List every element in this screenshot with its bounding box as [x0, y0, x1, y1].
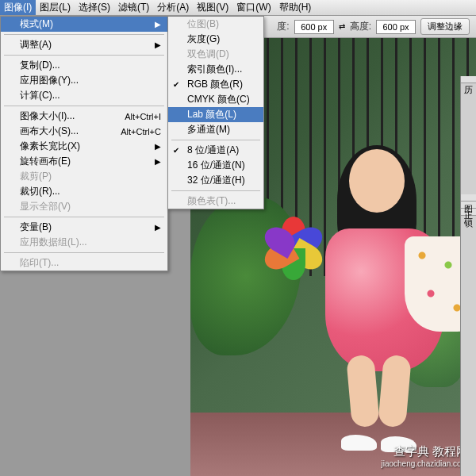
mode-multichannel[interactable]: 多通道(M): [168, 122, 263, 137]
submenu-arrow-icon: ▶: [155, 223, 161, 232]
mode-indexed[interactable]: 索引颜色(I)...: [168, 62, 263, 77]
mode-bitmap: 位图(B): [168, 17, 263, 32]
menu-crop: 裁剪(P): [1, 169, 167, 184]
menubar: 图像(I) 图层(L) 选择(S) 滤镜(T) 分析(A) 视图(V) 窗口(W…: [0, 0, 476, 16]
watermark-url: jiaocheng.chazidian.com: [381, 459, 468, 468]
menu-layer[interactable]: 图层(L): [36, 0, 75, 15]
mode-lab[interactable]: Lab 颜色(L): [168, 107, 263, 122]
swap-icon[interactable]: ⇄: [339, 22, 345, 31]
submenu-arrow-icon: ▶: [155, 40, 161, 49]
submenu-arrow-icon: ▶: [155, 157, 161, 166]
menu-apply-dataset: 应用数据组(L)...: [1, 235, 167, 250]
panel-normal[interactable]: 正: [461, 202, 476, 209]
photo-pinwheel: [262, 213, 325, 276]
mode-grayscale[interactable]: 灰度(G): [168, 32, 263, 47]
mode-cmyk[interactable]: CMYK 颜色(C): [168, 92, 263, 107]
watermark-title: 查字典 教程网: [381, 444, 468, 459]
height-label: 高度:: [350, 20, 371, 33]
menu-rotate-canvas[interactable]: 旋转画布(E)▶: [1, 154, 167, 169]
width-label: 度:: [277, 20, 289, 33]
menu-analysis[interactable]: 分析(A): [153, 0, 193, 15]
panel-dock: 历 图 正 锁: [460, 76, 476, 476]
menu-image[interactable]: 图像(I): [0, 0, 36, 15]
mode-16bit[interactable]: 16 位/通道(N): [168, 158, 263, 173]
menu-trap: 陷印(T)...: [1, 255, 167, 271]
menu-help[interactable]: 帮助(H): [275, 0, 316, 15]
menu-duplicate[interactable]: 复制(D)...: [1, 58, 167, 73]
panel-history[interactable]: 历: [461, 76, 476, 83]
height-input[interactable]: [376, 20, 416, 34]
mode-duotone: 双色调(D): [168, 47, 263, 62]
panel-layers[interactable]: 图: [461, 194, 476, 202]
menu-variables[interactable]: 变量(B)▶: [1, 220, 167, 235]
menu-select[interactable]: 选择(S): [75, 0, 114, 15]
menu-canvas-size[interactable]: 画布大小(S)...Alt+Ctrl+C: [1, 124, 167, 139]
panel-lock[interactable]: 锁: [461, 209, 476, 216]
image-menu-dropdown: 模式(M)▶ 调整(A)▶ 复制(D)... 应用图像(Y)... 计算(C).…: [0, 16, 168, 271]
photo-subject: [301, 149, 460, 451]
menu-adjustments[interactable]: 调整(A)▶: [1, 37, 167, 52]
menu-image-size[interactable]: 图像大小(I)...Alt+Ctrl+I: [1, 109, 167, 124]
mode-rgb[interactable]: ✔RGB 颜色(R): [168, 77, 263, 92]
check-icon: ✔: [173, 146, 179, 155]
width-input[interactable]: [294, 20, 334, 34]
submenu-arrow-icon: ▶: [155, 142, 161, 151]
mode-submenu: 位图(B) 灰度(G) 双色调(D) 索引颜色(I)... ✔RGB 颜色(R)…: [167, 16, 264, 209]
mode-8bit[interactable]: ✔8 位/通道(A): [168, 143, 263, 158]
menu-calculations[interactable]: 计算(C)...: [1, 88, 167, 103]
menu-window[interactable]: 窗口(W): [232, 0, 274, 15]
refine-edge-button[interactable]: 调整边缘: [420, 18, 470, 35]
menu-apply-image[interactable]: 应用图像(Y)...: [1, 73, 167, 88]
menu-filter[interactable]: 滤镜(T): [114, 0, 153, 15]
menu-view[interactable]: 视图(V): [193, 0, 232, 15]
menu-mode[interactable]: 模式(M)▶: [1, 17, 167, 32]
submenu-arrow-icon: ▶: [155, 20, 161, 29]
mode-32bit[interactable]: 32 位/通道(H): [168, 173, 263, 188]
watermark: 查字典 教程网 jiaocheng.chazidian.com: [381, 444, 468, 468]
menu-trim[interactable]: 裁切(R)...: [1, 184, 167, 199]
check-icon: ✔: [173, 80, 179, 89]
mode-colortable: 颜色表(T)...: [168, 194, 263, 209]
menu-reveal-all: 显示全部(V): [1, 199, 167, 214]
menu-pixel-ratio[interactable]: 像素长宽比(X)▶: [1, 139, 167, 154]
